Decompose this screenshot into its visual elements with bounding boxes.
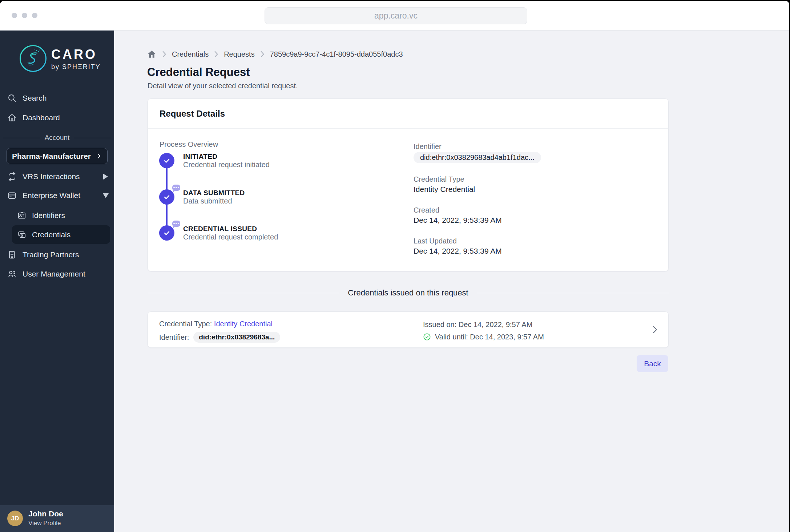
card-header: Request Details [148, 99, 668, 129]
swap-arrows-icon [7, 172, 17, 181]
search-icon [7, 93, 17, 103]
field-credential-type: Credential Type Identity Credential [414, 175, 541, 194]
account-section-divider: Account [3, 134, 111, 142]
sidebar-item-credentials[interactable]: Credentials [0, 229, 114, 241]
avatar[interactable]: JD [7, 511, 23, 526]
account-name: Pharma-Manufacturer [12, 152, 91, 161]
address-bar[interactable]: app.caro.vc [265, 7, 527, 24]
credentials-cards-icon [17, 230, 27, 239]
account-switcher-button[interactable]: Pharma-Manufacturer [7, 148, 108, 164]
sidebar-item-enterprise-wallet[interactable]: Enterprise Wallet [0, 189, 114, 202]
valid-until-text: Valid until: Dec 14, 2023, 9:57 AM [435, 332, 544, 341]
breadcrumb-separator-icon [214, 51, 218, 57]
sidebar-item-search[interactable]: Search [0, 92, 114, 104]
field-value: Dec 14, 2022, 9:53:39 AM [414, 215, 541, 225]
page-subtitle: Detail view of your selected credential … [148, 82, 298, 90]
request-details-card: Request Details Process Overview INITIAT… [148, 98, 669, 271]
window-control-dot[interactable] [22, 13, 27, 18]
user-profile[interactable]: JD John Doe View Profile [0, 505, 114, 532]
sidebar-item-label: Credentials [32, 230, 70, 239]
breadcrumb-separator-icon [260, 51, 265, 57]
credential-type-link[interactable]: Identity Credential [214, 320, 273, 328]
main-content: Credentials Requests 7859c9a9-9cc7-4c1f-… [114, 31, 789, 532]
sidebar-item-dashboard[interactable]: Dashboard [0, 112, 114, 124]
breadcrumb-item-requests[interactable]: Requests [224, 50, 255, 59]
window-control-dot[interactable] [32, 13, 37, 18]
process-overview-label: Process Overview [160, 140, 218, 149]
chevron-right-icon [96, 153, 102, 159]
view-profile-link[interactable]: View Profile [28, 520, 61, 527]
issued-credentials-divider: Credentials issued on this request [148, 288, 669, 298]
breadcrumb: Credentials Requests 7859c9a9-9cc7-4c1f-… [147, 49, 403, 59]
address-url: app.caro.vc [374, 11, 418, 21]
back-button[interactable]: Back [637, 355, 668, 372]
step-title: DATA SUBMITTED [183, 189, 245, 197]
request-fields: Identifier did:ethr:0x03829683ad4ab1f1da… [414, 142, 541, 267]
building-icon [7, 250, 17, 259]
wallet-card-icon [7, 191, 17, 200]
sidebar-item-label: User Management [23, 270, 85, 278]
field-label: Credential Type [414, 175, 541, 184]
users-icon [7, 269, 17, 279]
process-timeline: INITIATED Credential request initiated D… [159, 153, 399, 244]
breadcrumb-item-credentials[interactable]: Credentials [172, 50, 209, 59]
sidebar-item-label: VRS Interactions [23, 172, 80, 181]
field-value: Dec 14, 2022, 9:53:39 AM [414, 246, 541, 256]
window-control-dot[interactable] [12, 13, 17, 18]
sidebar-item-label: Identifiers [32, 211, 65, 220]
chat-bubble-icon [172, 221, 180, 227]
field-label: Created [414, 206, 541, 214]
sidebar-item-vrs-interactions[interactable]: VRS Interactions [0, 170, 114, 183]
issued-credential-summary: Credential Type: Identity Credential Ide… [159, 319, 280, 343]
chat-bubble-icon [172, 185, 180, 191]
sidebar: CARO by SPHΞRITY Search Dashboard Accoun… [0, 31, 114, 532]
sidebar-item-label: Enterprise Wallet [23, 191, 80, 200]
sidebar-item-label: Search [23, 94, 47, 102]
issued-divider-title: Credentials issued on this request [348, 288, 468, 298]
step-description: Credential request completed [183, 233, 278, 241]
field-last-updated: Last Updated Dec 14, 2022, 9:53:39 AM [414, 237, 541, 256]
browser-chrome: app.caro.vc [0, 1, 789, 31]
collapse-down-icon[interactable] [103, 193, 109, 198]
sidebar-item-identifiers[interactable]: Identifiers [0, 209, 114, 222]
home-icon [7, 113, 17, 122]
field-label: Last Updated [414, 237, 541, 245]
field-created: Created Dec 14, 2022, 9:53:39 AM [414, 206, 541, 225]
field-identifier: Identifier did:ethr:0x03829683ad4ab1f1da… [414, 142, 541, 163]
step-check-icon [159, 153, 174, 168]
valid-check-icon [423, 333, 431, 341]
brand-title: CARO [51, 48, 101, 61]
timeline-step-data-submitted: DATA SUBMITTED Data submitted [159, 189, 245, 205]
timeline-step-initiated: INITIATED Credential request initiated [159, 153, 270, 168]
chevron-right-icon[interactable] [650, 325, 660, 334]
issued-credential-card[interactable]: Credential Type: Identity Credential Ide… [148, 311, 669, 348]
field-value: Identity Credential [414, 185, 541, 194]
identifier-chip[interactable]: did:ethr:0x03829683a... [193, 332, 280, 343]
step-title: INITIATED [183, 153, 270, 161]
identifier-label: Identifier: [159, 333, 189, 342]
breadcrumb-home-icon[interactable] [147, 49, 157, 59]
step-check-icon [159, 225, 174, 241]
sidebar-item-user-management[interactable]: User Management [0, 268, 114, 280]
step-description: Credential request initiated [183, 161, 270, 169]
page-title: Credential Request [147, 66, 250, 79]
id-badge-icon [17, 211, 27, 220]
issued-credential-dates: Issued on: Dec 14, 2022, 9:57 AM Valid u… [423, 320, 544, 341]
credential-type-label: Credential Type: [159, 320, 212, 328]
timeline-step-credential-issued: CREDENTIAL ISSUED Credential request com… [159, 225, 278, 241]
sidebar-item-trading-partners[interactable]: Trading Partners [0, 249, 114, 261]
breadcrumb-item-request-id: 7859c9a9-9cc7-4c1f-8095-dda055f0adc3 [270, 50, 403, 59]
field-label: Identifier [414, 142, 541, 151]
step-check-icon [159, 189, 174, 205]
breadcrumb-separator-icon [162, 51, 166, 57]
step-description: Data submitted [183, 197, 245, 205]
brand-wordmark: CARO by SPHΞRITY [51, 48, 101, 70]
identifier-chip[interactable]: did:ethr:0x03829683ad4ab1f1dac... [414, 152, 541, 163]
expand-right-icon[interactable] [103, 174, 108, 180]
profile-name: John Doe [28, 509, 63, 518]
browser-window: app.caro.vc CARO by SPHΞRITY Search [0, 1, 789, 532]
account-section-label: Account [45, 134, 70, 142]
brand-byline: by SPHΞRITY [51, 64, 101, 70]
issued-on-text: Issued on: Dec 14, 2022, 9:57 AM [423, 320, 544, 329]
step-title: CREDENTIAL ISSUED [183, 225, 278, 233]
